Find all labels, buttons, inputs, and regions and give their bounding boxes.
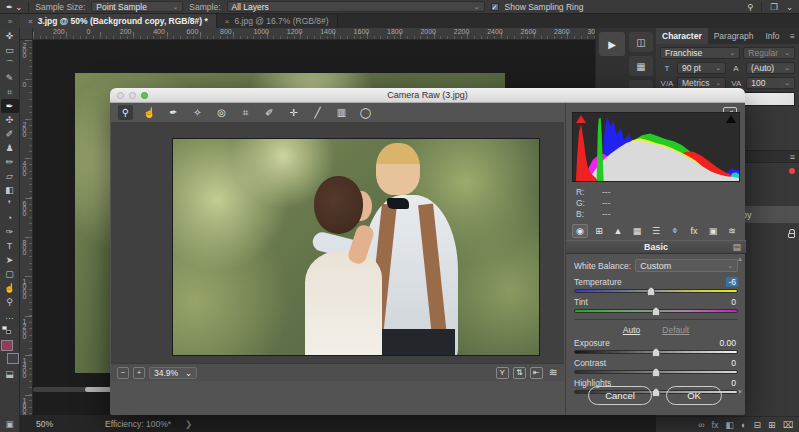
tab-info[interactable]: Info bbox=[759, 28, 785, 44]
slider-thumb[interactable] bbox=[652, 307, 660, 316]
scroll-up-icon[interactable]: ▲ bbox=[737, 256, 743, 262]
tab-tone-curve[interactable]: ⊞ bbox=[591, 224, 607, 238]
document-tab[interactable]: ×3.jpg @ 50% (Background copy, RGB/8#) * bbox=[20, 14, 217, 28]
eyedropper-tool[interactable]: ✒ bbox=[1, 99, 19, 113]
adjustment-brush-tool[interactable]: ╱ bbox=[310, 105, 325, 120]
radial-filter-tool[interactable]: ◯ bbox=[358, 105, 373, 120]
tab-detail[interactable]: ▲ bbox=[610, 224, 626, 238]
quick-selection-tool[interactable]: ✎ bbox=[1, 71, 19, 85]
targeted-adjustment-tool[interactable]: ◎ bbox=[214, 105, 229, 120]
layer-mask-icon[interactable]: ◧ bbox=[726, 420, 735, 430]
history-brush-tool[interactable]: ✏ bbox=[1, 155, 19, 169]
before-after-button[interactable]: ⇅ bbox=[513, 367, 526, 379]
layer-effects-icon[interactable]: fx bbox=[712, 420, 719, 430]
zoom-in-button[interactable]: + bbox=[133, 367, 145, 379]
screen-mode-icon[interactable]: ▣ bbox=[0, 415, 20, 432]
quick-mask-icon[interactable]: ⬓ bbox=[5, 369, 14, 379]
slider-value[interactable]: 0.00 bbox=[717, 338, 738, 348]
tab-split-toning[interactable]: ☰ bbox=[648, 224, 664, 238]
document-tab[interactable]: ×6.jpg @ 16.7% (RGB/8#) bbox=[217, 14, 338, 28]
slider-value[interactable]: 0 bbox=[729, 297, 738, 307]
background-swatch[interactable] bbox=[7, 353, 19, 364]
dodge-tool[interactable]: ◔ bbox=[1, 211, 19, 225]
slider-track[interactable] bbox=[574, 289, 738, 293]
color-sampler-tool[interactable]: ✧ bbox=[190, 105, 205, 120]
panel-options-icon[interactable]: ▤ bbox=[732, 242, 741, 252]
eraser-tool[interactable]: ▱ bbox=[1, 169, 19, 183]
zoom-tool[interactable]: ⚲ bbox=[1, 295, 19, 309]
font-size-select[interactable]: 90 pt⌄ bbox=[677, 62, 726, 74]
sample-select[interactable]: All Layers ⌄ bbox=[227, 1, 485, 12]
default-colors-icon[interactable] bbox=[2, 326, 11, 334]
panel-menu-icon[interactable]: ≡ bbox=[790, 152, 795, 162]
auto-link[interactable]: Auto bbox=[623, 325, 641, 335]
clone-stamp-tool[interactable]: ♟ bbox=[1, 141, 19, 155]
pen-tool[interactable]: ✑ bbox=[1, 225, 19, 239]
close-icon[interactable]: × bbox=[28, 17, 33, 26]
zoom-out-button[interactable]: − bbox=[117, 367, 129, 379]
panel-menu-icon[interactable]: ≡ bbox=[786, 28, 799, 44]
delete-layer-icon[interactable]: ⌧ bbox=[783, 420, 793, 430]
search-icon[interactable]: ⚲ bbox=[747, 2, 753, 12]
brushes-panel-icon[interactable]: ▦ bbox=[629, 56, 653, 76]
cancel-button[interactable]: Cancel bbox=[588, 386, 652, 405]
workspace-icon[interactable]: ❐ bbox=[770, 2, 778, 12]
zoom-window-icon[interactable] bbox=[141, 92, 148, 99]
preferences-icon[interactable]: ≋ bbox=[549, 366, 558, 379]
slider-track[interactable] bbox=[574, 370, 738, 374]
slider-thumb[interactable] bbox=[647, 287, 655, 296]
lasso-tool[interactable]: ⌒ bbox=[1, 57, 19, 71]
white-balance-select[interactable]: Custom ⌄ bbox=[635, 259, 738, 272]
type-tool[interactable]: T bbox=[1, 239, 19, 253]
tab-basic[interactable]: ◉ bbox=[572, 224, 588, 238]
ok-button[interactable]: OK bbox=[666, 386, 722, 405]
tab-hsl[interactable]: ▦ bbox=[629, 224, 645, 238]
tab-presets[interactable]: ≋ bbox=[724, 224, 740, 238]
tab-lens-corrections[interactable]: ⌽ bbox=[667, 224, 683, 238]
white-balance-tool[interactable]: ✒ bbox=[166, 105, 181, 120]
active-tool-preset[interactable]: ✒ ⌄ bbox=[6, 2, 22, 12]
sampling-ring-checkbox[interactable]: ✓ bbox=[491, 3, 499, 11]
hand-tool[interactable]: ☝ bbox=[142, 105, 157, 120]
healing-brush-tool[interactable]: ✣ bbox=[1, 113, 19, 127]
path-select-tool[interactable]: ➤ bbox=[1, 253, 19, 267]
sample-size-select[interactable]: Point Sample ⌄ bbox=[91, 1, 183, 12]
swap-settings-button[interactable]: ⇤ bbox=[530, 367, 543, 379]
preview-toggle-button[interactable]: Y bbox=[496, 367, 509, 379]
close-icon[interactable]: × bbox=[225, 17, 230, 26]
crop-tool[interactable]: ⌗ bbox=[238, 105, 253, 120]
gradient-tool[interactable]: ◧ bbox=[1, 183, 19, 197]
status-zoom-field[interactable]: 50% bbox=[36, 419, 53, 429]
tab-paragraph[interactable]: Paragraph bbox=[708, 28, 760, 44]
tab-camera-calibration[interactable]: ▣ bbox=[705, 224, 721, 238]
edit-toolbar[interactable]: … bbox=[1, 309, 19, 323]
foreground-swatch[interactable] bbox=[1, 340, 13, 351]
layer-group-icon[interactable]: ⊟ bbox=[754, 420, 762, 430]
move-tool[interactable]: ✜ bbox=[1, 29, 19, 43]
blur-tool[interactable]: ❜ bbox=[1, 197, 19, 211]
tab-effects[interactable]: fx bbox=[686, 224, 702, 238]
shadow-clipping-icon[interactable] bbox=[576, 115, 586, 123]
tracking-select[interactable]: 100⌄ bbox=[746, 77, 795, 89]
leading-select[interactable]: (Auto)⌄ bbox=[746, 62, 795, 74]
histogram[interactable] bbox=[572, 112, 740, 182]
dialog-title-bar[interactable]: Camera Raw (3.jpg) bbox=[110, 88, 745, 103]
shape-tool[interactable]: ▢ bbox=[1, 267, 19, 281]
graduated-filter-tool[interactable]: ▥ bbox=[334, 105, 349, 120]
actions-panel-icon[interactable]: ◫ bbox=[629, 32, 653, 52]
slider-value[interactable]: -6 bbox=[726, 277, 738, 287]
zoom-tool[interactable]: ⚲ bbox=[118, 105, 133, 120]
tab-character[interactable]: Character bbox=[656, 28, 708, 44]
preview-photo[interactable] bbox=[172, 138, 540, 356]
marquee-tool[interactable]: ▭ bbox=[1, 43, 19, 57]
slider-value[interactable]: 0 bbox=[729, 358, 738, 368]
slider-thumb[interactable] bbox=[652, 348, 660, 357]
default-link[interactable]: Default bbox=[662, 325, 689, 335]
slider-thumb[interactable] bbox=[652, 368, 660, 377]
brush-tool[interactable]: ✐ bbox=[1, 127, 19, 141]
minimize-window-icon[interactable] bbox=[129, 92, 136, 99]
crop-tool[interactable]: ⌗ bbox=[1, 85, 19, 99]
new-layer-icon[interactable]: ⊞ bbox=[768, 420, 776, 430]
hand-tool[interactable]: ☝ bbox=[1, 281, 19, 295]
status-arrow-icon[interactable]: ❯ bbox=[185, 419, 192, 429]
